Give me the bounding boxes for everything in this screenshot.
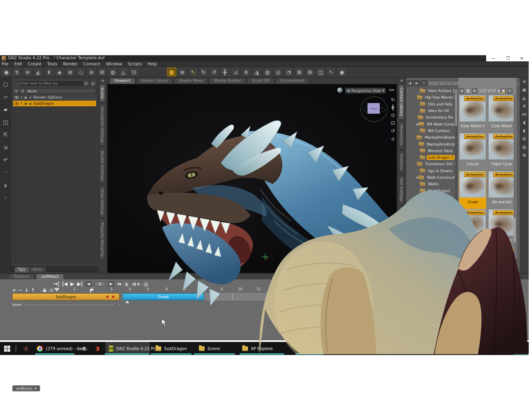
universal-tool-icon[interactable]: ⊕ xyxy=(178,67,187,76)
new-distant-light-icon[interactable]: ↯ xyxy=(12,67,22,76)
up-folder-button[interactable]: ⇧ xyxy=(421,80,427,86)
redo-icon[interactable]: ↷ xyxy=(2,169,9,176)
camera-selector[interactable]: ▦ Perspective View ▼ xyxy=(345,88,386,94)
expander-icon[interactable]: ▶ xyxy=(25,102,27,106)
select-icon[interactable]: ↖ xyxy=(20,102,23,106)
pan-icon[interactable]: ╋ xyxy=(391,105,394,110)
folder-item[interactable]: MartialArtsBoxing xyxy=(406,134,458,141)
tab-node[interactable]: Node xyxy=(29,267,46,272)
info-icon[interactable]: ◉ xyxy=(522,88,526,92)
tab-timeline[interactable]: Timeline xyxy=(8,274,34,279)
move-down-button[interactable]: ↓ xyxy=(25,288,28,293)
scale-tool-icon[interactable]: ⊿ xyxy=(231,67,240,76)
tab-scene[interactable]: Scene xyxy=(99,84,105,102)
tab-draw-settings[interactable]: Draw Settings xyxy=(99,185,105,218)
media-app-button[interactable]: ⊛ xyxy=(79,342,90,355)
page-number[interactable]: 1 xyxy=(465,88,471,94)
tab-surfaces[interactable]: Surfaces xyxy=(399,151,404,173)
forward-button[interactable]: ▶ xyxy=(414,80,420,86)
view-cube[interactable]: Front xyxy=(361,97,388,122)
camera-tool-icon[interactable]: ◫ xyxy=(316,67,325,76)
asset-thumbnail[interactable]: Animation xyxy=(460,95,486,121)
view-cube-front-face[interactable]: Front xyxy=(367,103,380,114)
list-view-button[interactable]: ≡ xyxy=(507,88,512,94)
zoom-slider[interactable] xyxy=(24,305,122,305)
new-file-icon[interactable]: ▢ xyxy=(2,80,9,88)
pane-menu-icon[interactable]: ≡ xyxy=(397,78,406,83)
scene-node-row[interactable]: ↖▶⊙Render Options xyxy=(13,94,96,100)
new-plane-icon[interactable]: ◬ xyxy=(119,67,128,76)
asset-thumbnail[interactable]: Animation xyxy=(489,247,514,257)
audio-button[interactable]: ⊲+ xyxy=(132,281,141,287)
menu-file[interactable]: File xyxy=(2,62,9,66)
zoom-icon[interactable]: ⊙ xyxy=(391,113,395,118)
title-bar[interactable]: DAZ Studio 4.22 Pro - ! Character Templa… xyxy=(0,55,529,61)
pane-menu-icon[interactable]: ≡ xyxy=(522,79,526,84)
lock-icon[interactable] xyxy=(43,290,46,292)
posing-icon[interactable]: ◭ xyxy=(523,96,526,100)
rotate-icon[interactable]: ↺ xyxy=(391,128,395,133)
menu-render[interactable]: Render xyxy=(63,62,78,66)
play-button[interactable]: ▶ xyxy=(70,281,74,287)
menu-scripts[interactable]: Scripts xyxy=(128,62,142,66)
asset-thumbnail[interactable]: Animation xyxy=(489,95,514,121)
save-icon[interactable]: ◫ xyxy=(2,118,9,126)
asset-cell[interactable]: AnimationFlight Cycle xyxy=(488,133,514,171)
expander-icon[interactable]: ▶ xyxy=(25,96,27,99)
expander-icon[interactable]: ▶ xyxy=(412,216,415,219)
globe-icon[interactable]: ◍ xyxy=(522,145,526,149)
add-keyframe-button[interactable]: ± xyxy=(124,281,129,287)
pane-menu-icon[interactable]: ≡ xyxy=(98,78,107,83)
folder-item[interactable]: MA-Combos xyxy=(406,128,458,134)
menu-connect[interactable]: Connect xyxy=(83,62,100,66)
scene-tree-body[interactable] xyxy=(13,106,96,263)
tab-simulation-settings[interactable]: Simulation Settings xyxy=(99,103,105,146)
tab-align[interactable]: Align xyxy=(399,206,404,222)
orbit-icon[interactable]: ↻ xyxy=(391,97,395,102)
close-button[interactable]: ✕ xyxy=(520,56,523,61)
expander-icon[interactable]: ▶ xyxy=(412,209,415,212)
new-group-icon[interactable]: ◇ xyxy=(76,67,86,76)
folder-item[interactable]: AnyMatter xyxy=(406,227,458,234)
surface-selection-icon[interactable]: ◍ xyxy=(263,67,272,76)
loop-button[interactable]: ↬ xyxy=(117,281,122,287)
grid-snap-icon[interactable]: ⊞ xyxy=(522,137,526,141)
folder-item[interactable]: MartialArtsKicks xyxy=(406,141,458,147)
visibility-icon[interactable] xyxy=(14,102,19,105)
pointer-tool-icon[interactable]: ↖ xyxy=(327,67,336,76)
menu-help[interactable]: Help xyxy=(148,62,157,66)
aniblocks-dropdown[interactable]: aniBlocks▼ xyxy=(12,385,40,391)
new-point-light-icon[interactable]: ⊛ xyxy=(23,67,32,76)
left-limb-icon[interactable]: ◖ xyxy=(523,120,525,125)
tab-render-library[interactable]: Render Library xyxy=(137,78,173,84)
new-camera-icon[interactable]: ◉ xyxy=(2,67,11,76)
figure-setup-icon[interactable]: ◎ xyxy=(273,67,283,76)
download-icon[interactable]: ↡ xyxy=(2,182,9,189)
tab-shader-builder[interactable]: Shader Builder xyxy=(209,78,246,84)
asset-cell[interactable]: AnimationGrowl xyxy=(459,171,486,209)
joints-icon[interactable]: ⋈ xyxy=(522,112,527,117)
twist-tool-icon[interactable]: ↺ xyxy=(210,67,219,76)
asset-cell[interactable]: Animation xyxy=(459,247,486,257)
grid-view-button[interactable]: ▦ xyxy=(501,88,506,94)
new-null-icon[interactable]: ⊕ xyxy=(65,67,75,76)
aniblock-clip[interactable]: Growl xyxy=(123,293,204,300)
new-instance-icon[interactable]: ⊚ xyxy=(87,67,96,76)
translate-tool-icon[interactable]: ╋ xyxy=(220,67,230,76)
asset-thumbnail[interactable]: Animation xyxy=(489,133,514,160)
options-button[interactable]: ▢ xyxy=(510,258,516,264)
tab-parameters[interactable]: Parameters xyxy=(399,121,404,149)
folder-item[interactable]: Involuntary Re... xyxy=(406,114,458,121)
clock[interactable]: 9:51 PM 4/5/2024 xyxy=(491,344,507,353)
exit-icon[interactable]: ⊕ xyxy=(522,153,526,157)
asset-thumbnail[interactable]: Animation xyxy=(489,171,514,198)
asset-cell[interactable]: AnimationHit and Fall xyxy=(488,171,514,209)
viewport-menu-icon[interactable]: ≡≡ xyxy=(389,88,394,92)
open-recent-icon[interactable]: ▰ xyxy=(2,106,9,113)
folder-item[interactable]: Transitions Sits 1 xyxy=(406,161,458,167)
node-weight-brush-icon[interactable]: ◮ xyxy=(252,67,261,76)
add-track-button[interactable]: + xyxy=(12,288,16,293)
folder-item[interactable]: ▶aniMatePlus xyxy=(406,214,458,221)
tab-script-ide[interactable]: Script IDE xyxy=(247,78,274,84)
tab-viewport[interactable]: Viewport xyxy=(110,78,135,84)
